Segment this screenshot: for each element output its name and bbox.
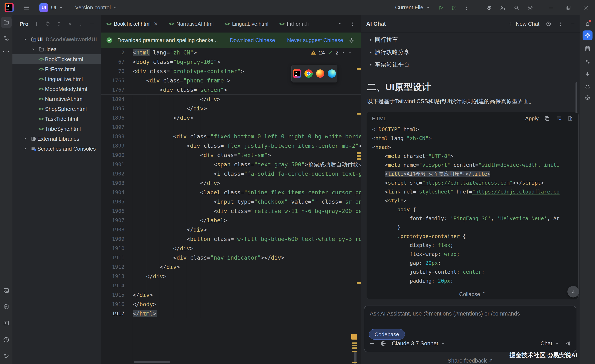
web-access-icon[interactable] [380,340,386,347]
code-line-1905[interactable]: 1905 <input type="checkbox" value="" cla… [101,197,361,206]
structure-toolwindow-button[interactable] [1,33,12,44]
chat-history-icon[interactable] [546,21,552,27]
notifications-button[interactable] [582,19,593,30]
code-line-1907[interactable]: 1907 </label> [101,216,361,225]
banner-settings-icon[interactable] [348,37,355,43]
tree-item-UI[interactable]: UID:\code\webwork\UI [13,34,101,44]
code-line-1897[interactable]: 1897 [101,123,361,132]
tree-item-TribeSync.html[interactable]: <>TribeSync.html [13,124,101,134]
firefox-icon[interactable] [316,69,324,78]
tree-item-ShopSphere.html[interactable]: <>ShopSphere.html [13,104,101,114]
project-toolwindow-button[interactable] [1,17,12,28]
ai-chat-button[interactable] [582,30,593,40]
window-close-button[interactable] [583,5,589,11]
code-line-1909[interactable]: 1909 <button class="w-full bg-blue-600 t… [101,234,361,244]
editor-horizontal-scrollbar[interactable] [134,361,170,363]
copy-icon[interactable] [544,115,550,122]
code-line-1915[interactable]: 1915</div> [101,290,361,300]
chevron-right-icon[interactable] [31,47,36,52]
chrome-icon[interactable] [305,69,313,78]
close-tab-icon[interactable]: ✕ [154,21,158,27]
run-configuration-selector[interactable]: Current File [395,4,430,11]
settings-icon[interactable] [527,5,533,11]
send-button[interactable] [565,340,571,347]
prev-problem-icon[interactable] [341,50,346,55]
plugin-c-button[interactable] [582,82,593,93]
more-actions-icon[interactable] [463,5,469,11]
git-button[interactable] [1,351,12,362]
python-console-button[interactable] [1,285,12,296]
chat-input-box[interactable]: Ask AI Assistant, use @mentions (#mentio… [364,306,576,352]
collapse-all-icon[interactable] [67,21,73,27]
plugin-d-button[interactable] [582,92,593,103]
scroll-to-bottom-button[interactable] [567,286,579,297]
tree-item-External-Libraries[interactable]: External Libraries [13,134,101,144]
expand-all-icon[interactable] [56,21,62,27]
tree-item-LinguaLive.html[interactable]: <>LinguaLive.html [13,74,101,84]
vcs-widget[interactable]: Version control [75,4,118,11]
inspections-widget[interactable]: 24 2 [310,49,353,56]
problems-button[interactable] [1,334,12,345]
chevron-down-icon[interactable] [23,37,28,42]
tab-options-icon[interactable] [350,21,355,27]
mode-selector[interactable]: Chat [540,340,559,347]
project-selector[interactable]: UI [51,4,64,11]
debug-button[interactable] [451,5,457,11]
code-line-1767[interactable]: 1767 <div class="screen"> [101,85,361,95]
services-button[interactable] [1,301,12,312]
code-line-1902[interactable]: 1902 <i class="fa-solid fa-circle-questi… [101,169,361,178]
insert-at-caret-icon[interactable] [556,115,562,122]
banner-link-download-chinese[interactable]: Download Chinese [230,37,275,43]
add-icon[interactable] [34,21,39,27]
code-line-1898[interactable]: 1898 <div class="fixed bottom-0 left-0 r… [101,132,361,141]
share-feedback-link[interactable]: Share feedback ↗ [361,357,580,364]
search-everywhere-icon[interactable] [513,5,519,11]
tree-item-TaskTide.html[interactable]: <>TaskTide.html [13,114,101,124]
project-badge[interactable]: UI [39,3,48,12]
code-with-me-icon[interactable] [500,5,506,11]
tree-item-Scratches-and-Consoles[interactable]: Scratches and Consoles [13,144,101,154]
code-line-1917[interactable]: 1917</html> [101,309,361,318]
plugin-b-button[interactable] [582,69,593,80]
tree-item-BookTicket.html[interactable]: <>BookTicket.html [13,54,101,64]
more-toolwindows-button[interactable]: ··· [1,46,12,56]
attach-icon[interactable] [369,341,375,346]
chevron-right-icon[interactable] [23,146,28,151]
chat-options-icon[interactable] [558,21,563,27]
code-line-1910[interactable]: 1910 </div> [101,244,361,253]
code-line-1908[interactable]: 1908 </div> [101,225,361,234]
code-line-1895[interactable]: 1895 </div> [101,104,361,113]
code-line-1900[interactable]: 1900 <div class="text-sm"> [101,151,361,160]
code-line-1896[interactable]: 1896 </div> [101,113,361,123]
code-line-1903[interactable]: 1903 </div> [101,178,361,188]
chat-scrollbar[interactable] [575,82,577,113]
hide-chat-icon[interactable] [570,21,575,27]
tab-FitForm.h[interactable]: <> FitForm.h [274,15,314,33]
tab-BookTicket.html[interactable]: <> BookTicket.html✕ [101,15,163,33]
window-restore-button[interactable] [566,5,571,11]
idea-browser-icon[interactable]: IJ [293,69,301,78]
ai-assistant-icon[interactable] [486,5,492,11]
run-button[interactable] [438,5,444,11]
panel-options-icon[interactable] [78,21,84,27]
tab-NarrativeAI.html[interactable]: <> NarrativeAI.html [163,15,219,33]
tree-item-FitForm.html[interactable]: <>FitForm.html [13,64,101,74]
window-minimize-button[interactable] [548,5,554,11]
code-line-1913[interactable]: 1913 </div> [101,272,361,281]
apply-button[interactable]: Apply [525,115,538,122]
hide-panel-icon[interactable] [89,21,95,27]
main-menu-icon[interactable] [22,4,31,11]
code-line-1912[interactable]: 1912 </div> [101,262,361,272]
next-problem-icon[interactable] [348,50,353,55]
banner-link-never-suggest[interactable]: Never suggest Chinese [287,37,343,43]
tab-LinguaLive.html[interactable]: <> LinguaLive.html [219,15,274,33]
new-chat-button[interactable]: New Chat [508,21,539,27]
database-button[interactable] [582,43,593,54]
locate-file-icon[interactable] [45,21,51,27]
collapse-button[interactable]: Collapse ⌃ [367,291,578,297]
code-line-1904[interactable]: 1904 <label class="inline-flex items-cen… [101,188,361,197]
terminal-button[interactable] [1,318,12,329]
code-line-1894[interactable]: 1894 </div> [101,95,361,104]
tab-list-dropdown-icon[interactable] [338,21,343,27]
create-file-icon[interactable] [567,115,574,122]
